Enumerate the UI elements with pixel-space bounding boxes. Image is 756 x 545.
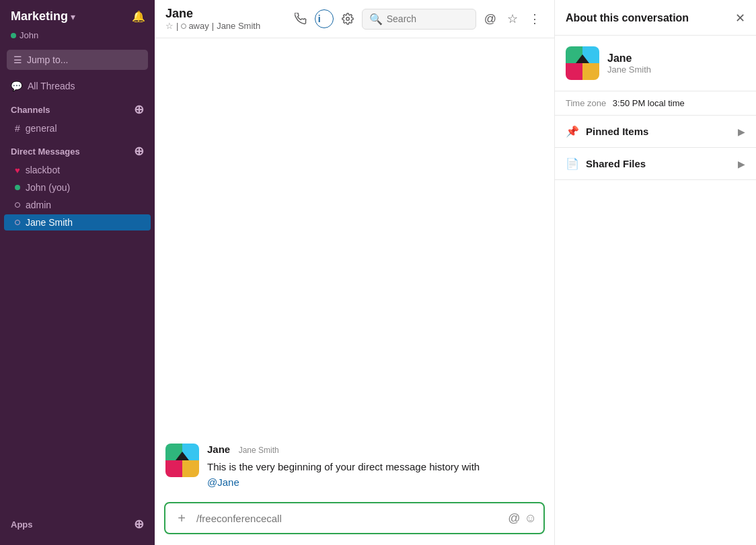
- star-icon[interactable]: ☆: [165, 21, 174, 31]
- threads-icon: 💬: [11, 81, 22, 91]
- add-app-button[interactable]: ⊕: [134, 517, 144, 532]
- contact-card: Jane Jane Smith: [555, 36, 756, 91]
- close-panel-button[interactable]: ✕: [735, 11, 745, 26]
- pin-icon: 📌: [566, 125, 579, 138]
- workspace-chevron-icon: ▾: [71, 11, 75, 22]
- message-avatar: [165, 444, 199, 477]
- chat-header: Jane ☆ | away | Jane Smith i 🔍: [155, 0, 554, 38]
- channel-general[interactable]: # general: [4, 120, 151, 136]
- svg-marker-4: [165, 460, 182, 477]
- dm-admin[interactable]: admin: [4, 197, 151, 213]
- dm-john[interactable]: John (you): [4, 179, 151, 196]
- chat-body: Jane Jane Smith This is the very beginni…: [155, 38, 554, 495]
- call-button[interactable]: [292, 10, 309, 28]
- svg-marker-11: [582, 63, 599, 80]
- away-dot-icon: [15, 202, 20, 208]
- search-box[interactable]: 🔍: [362, 9, 476, 30]
- svg-marker-5: [182, 460, 199, 477]
- timezone-value: 3:50 PM local time: [613, 98, 685, 108]
- sidebar-header: Marketing ▾ 🔔: [0, 0, 155, 29]
- svg-marker-10: [566, 63, 582, 80]
- all-threads-item[interactable]: 💬 All Threads: [0, 77, 155, 95]
- apps-section: Apps ⊕: [0, 510, 155, 545]
- message-input[interactable]: [196, 513, 502, 524]
- add-dm-button[interactable]: ⊕: [134, 144, 144, 159]
- jump-to-icon: ☰: [13, 54, 22, 65]
- info-button[interactable]: i: [315, 9, 334, 28]
- more-actions-button[interactable]: ⋮: [526, 9, 543, 29]
- workspace-name[interactable]: Marketing ▾: [11, 9, 75, 24]
- online-dot-icon: [15, 185, 20, 190]
- star-header-button[interactable]: ☆: [504, 9, 521, 29]
- contact-name: Jane: [607, 52, 651, 65]
- current-user-label: John: [0, 30, 155, 40]
- message-text: This is the very beginning of your direc…: [207, 460, 480, 490]
- dm-section-label: Direct Messages ⊕: [0, 137, 155, 161]
- shared-files-section[interactable]: 📄 Shared Files ▶: [555, 148, 756, 180]
- chat-subtitle-name: Jane Smith: [217, 21, 260, 31]
- attach-button[interactable]: +: [172, 509, 191, 528]
- dm-slackbot[interactable]: ♥ slackbot: [4, 162, 151, 178]
- contact-info: Jane Jane Smith: [607, 52, 651, 75]
- emoji-button[interactable]: ☺: [525, 511, 537, 526]
- timezone-row: Time zone 3:50 PM local time: [555, 91, 756, 116]
- search-icon: 🔍: [369, 13, 383, 26]
- hash-icon: #: [15, 123, 20, 134]
- header-actions: i 🔍 @ ☆ ⋮: [292, 9, 543, 30]
- bell-icon[interactable]: 🔔: [132, 10, 145, 23]
- contact-avatar: [566, 46, 599, 80]
- away-dot-icon: [181, 24, 186, 29]
- status-away-indicator: away: [181, 21, 209, 31]
- mention-input-button[interactable]: @: [508, 511, 520, 526]
- input-area: + @ ☺: [155, 495, 554, 545]
- input-icons: @ ☺: [508, 511, 537, 526]
- file-icon: 📄: [566, 157, 579, 170]
- message-input-box: + @ ☺: [164, 502, 545, 534]
- jump-to-button[interactable]: ☰ Jump to...: [7, 50, 148, 70]
- dm-jane-smith[interactable]: Jane Smith: [4, 214, 151, 230]
- away-dot-active-icon: [15, 220, 20, 225]
- mention-button[interactable]: @: [482, 9, 499, 29]
- main-chat: Jane ☆ | away | Jane Smith i 🔍: [155, 0, 554, 545]
- message-sender: Jane Jane Smith: [207, 444, 480, 456]
- shared-files-chevron-icon: ▶: [738, 159, 745, 169]
- online-status-dot: [11, 33, 16, 38]
- right-panel-title: About this conversation: [566, 12, 689, 24]
- pinned-items-section[interactable]: 📌 Pinned Items ▶: [555, 116, 756, 148]
- contact-sub: Jane Smith: [607, 65, 651, 75]
- chat-title-area: Jane ☆ | away | Jane Smith: [165, 7, 260, 31]
- apps-section-label: Apps ⊕: [0, 510, 155, 534]
- search-input[interactable]: [387, 13, 469, 24]
- settings-button[interactable]: [339, 10, 356, 28]
- mention-link[interactable]: @Jane: [207, 476, 239, 488]
- sidebar-header-icons: 🔔: [132, 10, 145, 23]
- sidebar: Marketing ▾ 🔔 John ☰ Jump to... 💬 All Th…: [0, 0, 155, 545]
- chat-subtitle: ☆ | away | Jane Smith: [165, 21, 260, 31]
- svg-point-0: [346, 17, 349, 21]
- message-content: Jane Jane Smith This is the very beginni…: [207, 444, 480, 490]
- add-channel-button[interactable]: ⊕: [134, 102, 144, 117]
- right-panel-header: About this conversation ✕: [555, 0, 756, 36]
- chat-title: Jane: [165, 7, 260, 21]
- heart-icon: ♥: [15, 165, 20, 175]
- pinned-chevron-icon: ▶: [738, 126, 745, 137]
- right-panel: About this conversation ✕ Jane Jane Smit…: [554, 0, 756, 545]
- message-block: Jane Jane Smith This is the very beginni…: [165, 435, 543, 495]
- channels-section-label: Channels ⊕: [0, 95, 155, 120]
